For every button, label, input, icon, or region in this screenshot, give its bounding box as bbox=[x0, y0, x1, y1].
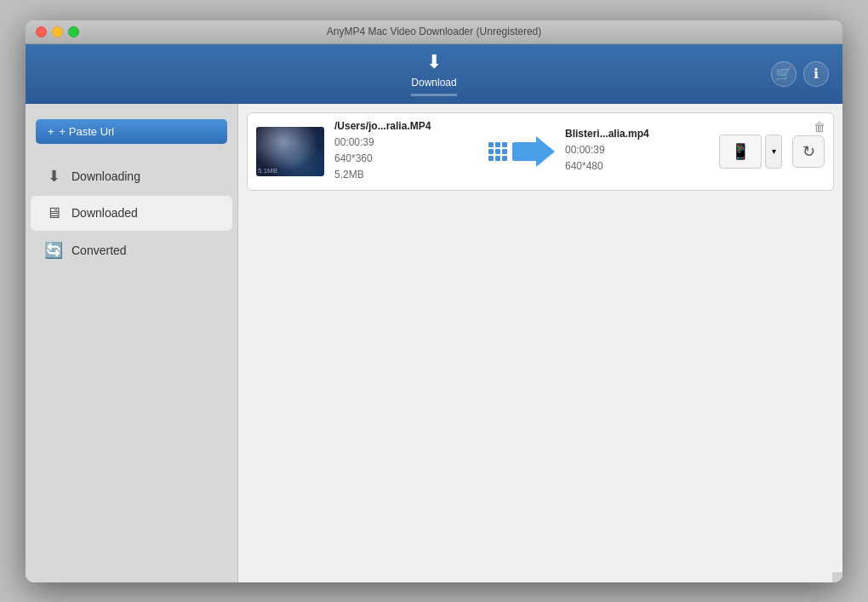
sidebar-item-downloaded[interactable]: 🖥 Downloaded bbox=[31, 196, 232, 231]
toolbar-right-icons: 🛒 ℹ bbox=[771, 61, 829, 87]
download-icon: ⬇ bbox=[426, 51, 442, 73]
output-resolution: 640*480 bbox=[565, 160, 603, 172]
paste-url-button[interactable]: + + Paste Url bbox=[36, 119, 227, 144]
refresh-icon: ↻ bbox=[802, 142, 815, 161]
traffic-lights bbox=[36, 26, 79, 37]
grid-dots bbox=[488, 142, 507, 161]
source-resolution: 640*360 bbox=[334, 152, 373, 164]
device-button[interactable]: 📱 bbox=[719, 135, 762, 169]
sidebar: + + Paste Url ⬇ Downloading 🖥 Downloaded… bbox=[26, 104, 238, 582]
convert-arrow bbox=[488, 136, 555, 167]
source-filename: /Users/jo...ralia.MP4 bbox=[334, 120, 478, 132]
device-icon: 📱 bbox=[731, 142, 750, 161]
thumbnail-size-label: 5.1MB bbox=[258, 167, 277, 175]
resize-handle bbox=[832, 572, 842, 582]
minimize-button[interactable] bbox=[52, 26, 63, 37]
download-tab[interactable]: ⬇ Download bbox=[411, 51, 456, 96]
table-row: 5.1MB /Users/jo...ralia.MP4 00:00:39 640… bbox=[247, 112, 834, 192]
arrow-head bbox=[536, 136, 555, 167]
device-selector: 📱 ▾ bbox=[719, 135, 782, 169]
sidebar-item-converted[interactable]: 🔄 Converted bbox=[31, 232, 232, 268]
output-meta: 00:00:39 640*480 bbox=[565, 142, 709, 175]
trash-icon: 🗑 bbox=[814, 120, 825, 134]
paste-url-label: + Paste Url bbox=[60, 125, 115, 138]
maximize-button[interactable] bbox=[68, 26, 79, 37]
source-file-info: /Users/jo...ralia.MP4 00:00:39 640*360 5… bbox=[334, 120, 478, 184]
arrow-body bbox=[512, 136, 555, 167]
output-filename: Blisteri...alia.mp4 bbox=[565, 128, 709, 140]
downloading-icon: ⬇ bbox=[44, 167, 63, 186]
toolbar: ⬇ Download 🛒 ℹ bbox=[26, 44, 842, 104]
source-duration: 00:00:39 bbox=[334, 136, 374, 148]
delete-button[interactable]: 🗑 bbox=[811, 118, 828, 135]
output-duration: 00:00:39 bbox=[565, 144, 605, 156]
info-icon: ℹ bbox=[814, 66, 819, 82]
content-area: + + Paste Url ⬇ Downloading 🖥 Downloaded… bbox=[26, 104, 842, 582]
converted-label: Converted bbox=[71, 244, 127, 257]
output-file-info: Blisteri...alia.mp4 00:00:39 640*480 bbox=[565, 128, 709, 175]
chevron-down-icon: ▾ bbox=[772, 146, 776, 156]
close-button[interactable] bbox=[36, 26, 47, 37]
app-window: AnyMP4 Mac Video Downloader (Unregistere… bbox=[26, 20, 842, 582]
refresh-button[interactable]: ↻ bbox=[792, 135, 825, 168]
info-button[interactable]: ℹ bbox=[803, 61, 829, 87]
dropdown-button[interactable]: ▾ bbox=[765, 135, 782, 169]
arrow-line bbox=[512, 142, 536, 161]
video-thumbnail: 5.1MB bbox=[256, 127, 324, 176]
downloaded-label: Downloaded bbox=[71, 206, 138, 220]
paste-url-icon: + bbox=[48, 125, 54, 138]
source-size: 5.2MB bbox=[334, 169, 364, 181]
cart-icon: 🛒 bbox=[775, 66, 792, 82]
sidebar-item-downloading[interactable]: ⬇ Downloading bbox=[31, 158, 232, 194]
download-label: Download bbox=[411, 77, 456, 89]
downloaded-icon: 🖥 bbox=[44, 204, 63, 222]
cart-button[interactable]: 🛒 bbox=[771, 61, 797, 87]
source-meta: 00:00:39 640*360 5.2MB bbox=[334, 135, 478, 184]
converted-icon: 🔄 bbox=[44, 241, 63, 260]
window-title: AnyMP4 Mac Video Downloader (Unregistere… bbox=[327, 26, 542, 37]
title-bar: AnyMP4 Mac Video Downloader (Unregistere… bbox=[26, 20, 842, 44]
downloading-label: Downloading bbox=[71, 169, 140, 183]
main-content: 5.1MB /Users/jo...ralia.MP4 00:00:39 640… bbox=[238, 104, 842, 582]
